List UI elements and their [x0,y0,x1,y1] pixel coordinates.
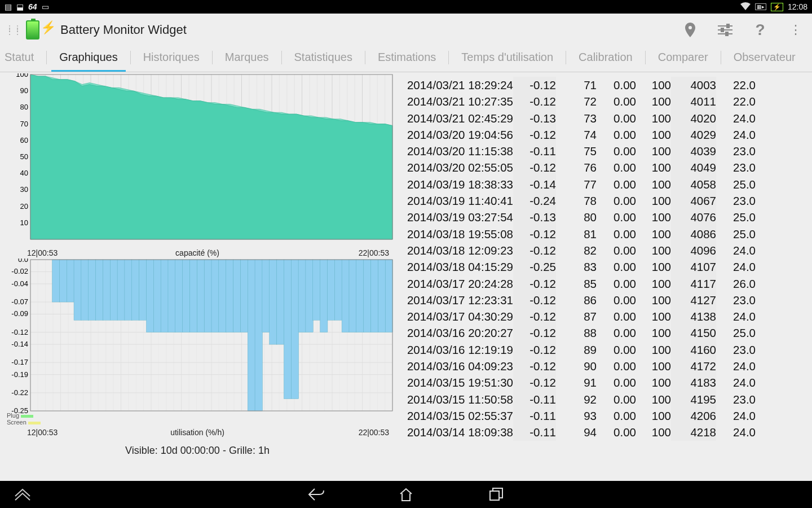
svg-rect-140 [52,260,60,302]
chart1-axis-label: capacité (%) [175,248,219,257]
tab-observateur[interactable]: Observateur [731,46,798,72]
svg-rect-166 [240,260,248,332]
svg-rect-142 [67,260,74,302]
tab-graphiques[interactable]: Graphiques [57,46,120,72]
svg-rect-146 [96,260,103,320]
tab-statistiques[interactable]: Statistiques [292,46,355,72]
back-button[interactable] [304,483,327,506]
footer-info: Visible: 10d 00:00:00 - Grille: 1h [2,444,392,458]
recent-apps-button[interactable] [485,483,508,506]
svg-rect-154 [153,260,161,332]
table-row[interactable]: 2014/03/21 18:29:24-0.12710.00100400322.… [395,77,812,93]
tab-marques[interactable]: Marques [223,46,271,72]
table-row[interactable]: 2014/03/17 20:24:28-0.12850.00100411726.… [395,275,812,292]
action-bar: ⋮⋮⋮⋮ ⚡ Battery Monitor Widget ? ⋮ [0,14,812,46]
charts-panel: 100908070605040302010 12|00:53 capacité … [0,72,395,481]
wifi-icon [740,2,751,12]
tab-calibration[interactable]: Calibration [576,46,635,72]
table-row[interactable]: 2014/03/19 18:38:33-0.14770.00100405825.… [395,176,812,192]
tab-estimations[interactable]: Estimations [376,46,438,72]
home-button[interactable] [395,483,417,506]
svg-rect-3 [727,24,729,28]
svg-rect-158 [183,260,190,332]
svg-rect-143 [74,260,81,320]
svg-text:80: 80 [20,103,28,111]
table-row[interactable]: 2014/03/16 04:09:23-0.12900.00100417224.… [395,358,812,374]
table-row[interactable]: 2014/03/18 19:55:08-0.12810.00100408625.… [395,226,812,242]
table-row[interactable]: 2014/03/19 03:27:54-0.13800.00100407625.… [395,209,812,225]
chart2-axis-label: utilisation (%/h) [170,428,224,437]
svg-rect-4 [721,28,723,32]
svg-text:-0.09: -0.09 [11,309,28,318]
svg-text:10: 10 [20,218,28,227]
svg-rect-156 [168,260,175,332]
table-row[interactable]: 2014/03/18 04:15:29-0.25830.00100410724.… [395,259,812,275]
sliders-settings-icon[interactable] [717,22,733,38]
table-row[interactable]: 2014/03/20 11:15:38-0.11750.00100403923.… [395,143,812,159]
app-battery-icon [26,20,39,40]
overflow-menu-icon[interactable]: ⋮ [787,22,803,38]
table-row[interactable]: 2014/03/14 18:09:38-0.11940.00100421824.… [395,424,812,440]
status-clock: 12:08 [788,2,807,11]
svg-rect-161 [204,260,211,332]
svg-rect-163 [219,260,226,332]
svg-text:0.0: 0.0 [18,259,28,264]
svg-rect-176 [313,260,320,320]
svg-rect-188 [490,491,499,500]
svg-rect-148 [110,260,117,320]
svg-rect-175 [306,260,313,332]
tab-historiques[interactable]: Historiques [141,46,202,72]
table-row[interactable]: 2014/03/15 02:55:37-0.11930.00100420624.… [395,408,812,424]
svg-text:20: 20 [20,202,28,211]
table-row[interactable]: 2014/03/20 19:04:56-0.12740.00100402924.… [395,126,812,143]
svg-rect-5 [726,32,728,36]
svg-text:-0.07: -0.07 [11,297,28,306]
svg-text:-0.02: -0.02 [11,267,28,275]
svg-rect-183 [364,260,371,332]
svg-rect-168 [255,260,262,411]
svg-rect-145 [89,260,96,320]
table-row[interactable]: 2014/03/21 10:27:35-0.12720.00100401122.… [395,93,812,110]
legend-screen: Screen [7,419,41,426]
app-title: Battery Monitor Widget [60,23,187,37]
location-pin-icon[interactable] [682,22,698,38]
svg-rect-182 [356,260,364,332]
table-row[interactable]: 2014/03/20 02:55:05-0.12760.00100404923.… [395,159,812,176]
table-row[interactable]: 2014/03/17 12:23:31-0.12860.00100412723.… [395,292,812,308]
svg-rect-173 [291,260,298,399]
status-text: 64 [28,2,37,11]
tab-temps-d-utilisation[interactable]: Temps d'utilisation [459,46,555,72]
svg-text:-0.14: -0.14 [11,340,28,348]
history-table[interactable]: 2014/03/21 18:29:24-0.12710.00100400322.… [395,72,812,481]
battery-charging-icon: ⚡ [771,3,783,11]
table-row[interactable]: 2014/03/15 11:50:58-0.11920.00100419523.… [395,391,812,408]
svg-rect-160 [197,260,204,332]
help-icon[interactable]: ? [752,22,768,38]
table-row[interactable]: 2014/03/16 20:20:27-0.12880.00100415025.… [395,325,812,341]
tab-statut[interactable]: Statut [2,46,36,72]
svg-text:100: 100 [16,73,28,78]
svg-text:90: 90 [20,86,28,95]
svg-rect-177 [320,260,328,332]
svg-text:-0.12: -0.12 [11,328,28,336]
svg-text:-0.17: -0.17 [11,358,28,366]
svg-rect-167 [248,260,255,411]
table-row[interactable]: 2014/03/19 11:40:41-0.24780.00100406723.… [395,192,812,209]
svg-rect-152 [139,260,147,320]
launcher-icon[interactable] [11,483,34,506]
usage-chart[interactable]: 0.0-0.02-0.04-0.07-0.09-0.12-0.14-0.17-0… [2,259,392,443]
svg-rect-185 [378,260,385,332]
svg-rect-170 [270,260,277,344]
capacity-chart[interactable]: 100908070605040302010 12|00:53 capacité … [2,73,392,257]
tab-comparer[interactable]: Comparer [656,46,710,72]
svg-rect-151 [132,260,139,320]
table-row[interactable]: 2014/03/18 12:09:23-0.12820.00100409624.… [395,242,812,259]
x-end-label: 22|00:53 [359,248,389,257]
table-row[interactable]: 2014/03/17 04:30:29-0.12870.00100413824.… [395,308,812,325]
table-row[interactable]: 2014/03/21 02:45:29-0.13730.00100402024.… [395,110,812,126]
table-row[interactable]: 2014/03/15 19:51:30-0.12910.00100418324.… [395,374,812,391]
drag-handle-icon[interactable]: ⋮⋮⋮⋮ [6,27,21,33]
sim-icon: ▦▸ [755,3,766,10]
svg-rect-157 [175,260,183,332]
table-row[interactable]: 2014/03/16 12:19:19-0.12890.00100416023.… [395,341,812,358]
